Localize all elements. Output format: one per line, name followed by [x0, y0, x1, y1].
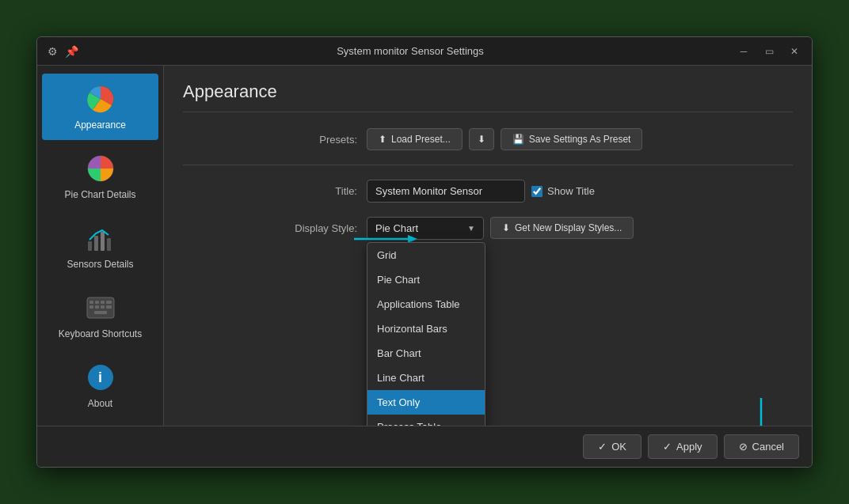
svg-rect-3	[94, 236, 98, 251]
title-label: Title:	[183, 185, 357, 197]
about-icon: i	[85, 362, 116, 393]
display-style-label: Display Style:	[183, 217, 357, 234]
load-icon: ⬆	[379, 134, 386, 145]
svg-rect-2	[88, 241, 92, 251]
ok-label: OK	[611, 441, 626, 453]
sidebar-label-sensors-details: Sensors Details	[67, 259, 133, 270]
cancel-button[interactable]: ⊘ Cancel	[724, 434, 799, 459]
info-circle: i	[88, 365, 113, 390]
bottom-bar: ✓ OK ✓ Apply ⊘ Cancel	[37, 426, 812, 467]
dropdown-item-bar-chart[interactable]: Bar Chart	[367, 341, 485, 366]
sidebar-label-appearance: Appearance	[74, 119, 126, 131]
sidebar-item-appearance[interactable]: Appearance	[42, 74, 158, 140]
dropdown-item-pie-chart[interactable]: Pie Chart	[367, 267, 485, 292]
save-preset-button[interactable]: 💾 Save Settings As Preset	[501, 128, 643, 150]
sidebar-item-sensors-details[interactable]: Sensors Details	[42, 213, 158, 279]
presets-row: Presets: ⬆ Load Preset... ⬇ 💾 Save Setti…	[183, 128, 793, 150]
save-preset-label: Save Settings As Preset	[529, 134, 631, 145]
download-icon: ⬇	[502, 222, 510, 233]
get-display-styles-label: Get New Display Styles...	[515, 222, 622, 233]
main-window: ⚙ 📌 System monitor Sensor Settings ─ ▭ ✕	[36, 36, 813, 468]
sensors-details-icon	[85, 222, 116, 254]
apply-check-icon: ✓	[663, 441, 672, 453]
svg-rect-11	[89, 305, 93, 309]
title-input[interactable]	[367, 180, 525, 203]
get-display-styles-button[interactable]: ⬇ Get New Display Styles...	[490, 217, 634, 239]
pie-chart-details-icon	[85, 153, 116, 184]
window-body: Appearance Pie Chart Details	[37, 66, 812, 426]
svg-rect-8	[95, 301, 99, 304]
display-style-controls: Pie Chart ▼ Grid Pie Chart Applications …	[367, 217, 793, 240]
ok-button[interactable]: ✓ OK	[583, 434, 642, 459]
svg-rect-4	[101, 232, 105, 251]
maximize-button[interactable]: ▭	[760, 42, 779, 61]
presets-controls: ⬆ Load Preset... ⬇ 💾 Save Settings As Pr…	[367, 128, 793, 150]
svg-rect-9	[101, 301, 105, 304]
sidebar-label-keyboard-shortcuts: Keyboard Shortcuts	[59, 328, 142, 339]
titlebar-app-icons: ⚙ 📌	[45, 44, 78, 59]
svg-rect-12	[95, 305, 99, 309]
sidebar-label-pie-chart-details: Pie Chart Details	[64, 189, 135, 200]
appearance-icon	[85, 83, 116, 115]
sidebar-item-keyboard-shortcuts[interactable]: Keyboard Shortcuts	[42, 282, 158, 349]
keyboard-shortcuts-icon	[85, 292, 116, 324]
titlebar: ⚙ 📌 System monitor Sensor Settings ─ ▭ ✕	[37, 37, 812, 66]
title-row: Title: Show Title	[183, 180, 793, 203]
show-title-text: Show Title	[547, 185, 595, 197]
show-title-label[interactable]: Show Title	[531, 185, 595, 197]
cancel-label: Cancel	[752, 441, 784, 453]
dropdown-chevron-icon: ▼	[467, 224, 475, 233]
app-icon: ⚙	[45, 44, 59, 59]
annotation-arrow-down	[754, 398, 768, 426]
dropdown-item-applications-table[interactable]: Applications Table	[367, 292, 485, 316]
cancel-x-icon: ⊘	[739, 441, 748, 453]
separator	[183, 165, 793, 165]
save-icon: 💾	[512, 134, 524, 145]
display-style-row: Display Style: Pie Chart ▼ Grid Pie Char…	[183, 217, 793, 240]
sidebar-label-about: About	[88, 398, 112, 409]
sidebar-item-pie-chart-details[interactable]: Pie Chart Details	[42, 143, 158, 210]
sidebar-item-about[interactable]: i About	[42, 352, 158, 419]
dropdown-item-line-chart[interactable]: Line Chart	[367, 366, 485, 390]
ok-check-icon: ✓	[598, 441, 607, 453]
svg-rect-10	[106, 301, 112, 304]
dropdown-item-text-only[interactable]: Text Only	[367, 390, 485, 415]
svg-rect-7	[89, 301, 93, 304]
content-area: Appearance Presets: ⬆	[164, 66, 812, 426]
load-preset-label: Load Preset...	[391, 134, 451, 145]
apply-label: Apply	[676, 441, 702, 453]
dropdown-item-grid[interactable]: Grid	[367, 243, 485, 267]
export-icon: ⬇	[478, 134, 485, 145]
dropdown-item-process-table[interactable]: Process Table	[367, 415, 485, 426]
export-preset-button[interactable]: ⬇	[469, 128, 494, 150]
svg-rect-5	[107, 238, 111, 251]
close-button[interactable]: ✕	[785, 42, 804, 61]
show-title-checkbox[interactable]	[531, 186, 543, 197]
window-controls: ─ ▭ ✕	[734, 42, 804, 61]
pin-icon[interactable]: 📌	[64, 44, 78, 59]
presets-label: Presets:	[183, 134, 357, 146]
page-title: Appearance	[183, 81, 793, 112]
load-preset-button[interactable]: ⬆ Load Preset...	[367, 128, 463, 150]
title-controls: Show Title	[367, 180, 793, 203]
svg-rect-15	[94, 311, 107, 314]
display-style-menu: Grid Pie Chart Applications Table Horizo…	[367, 242, 485, 426]
window-title: System monitor Sensor Settings	[86, 45, 734, 57]
dropdown-item-horizontal-bars[interactable]: Horizontal Bars	[367, 316, 485, 341]
apply-button[interactable]: ✓ Apply	[648, 434, 718, 459]
sidebar: Appearance Pie Chart Details	[37, 66, 164, 426]
minimize-button[interactable]: ─	[734, 42, 753, 61]
svg-rect-14	[106, 305, 112, 309]
svg-rect-13	[101, 305, 105, 309]
